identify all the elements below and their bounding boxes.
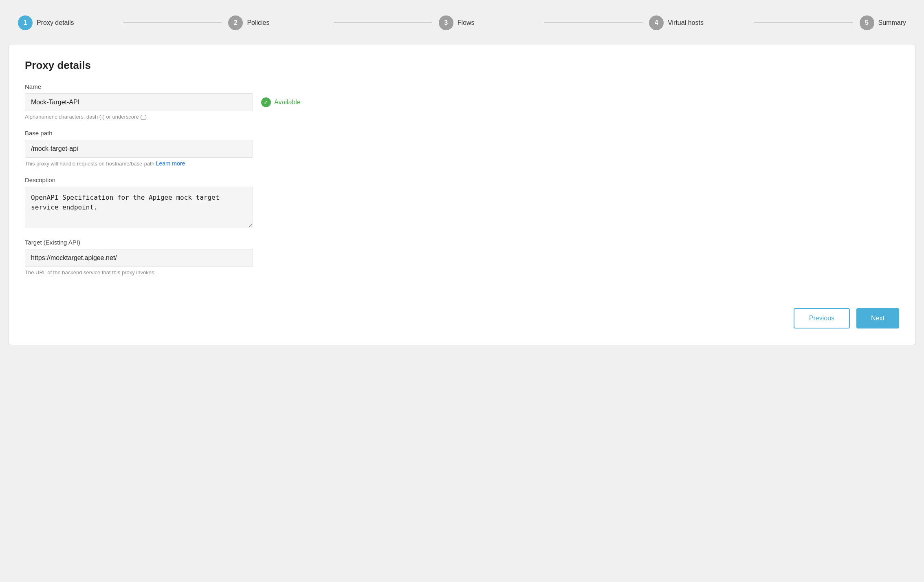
base-path-input[interactable] [25, 140, 253, 158]
name-input[interactable] [25, 93, 253, 111]
step-2-circle: 2 [228, 15, 243, 30]
target-hint: The URL of the backend service that this… [25, 269, 899, 276]
step-2-label: Policies [247, 19, 269, 26]
target-input[interactable] [25, 249, 253, 267]
target-label: Target (Existing API) [25, 239, 899, 246]
base-path-hint-text: This proxy will handle requests on hostn… [25, 161, 154, 167]
target-field-group: Target (Existing API) The URL of the bac… [25, 239, 899, 276]
base-path-field-group: Base path This proxy will handle request… [25, 130, 899, 167]
stepper: 1 Proxy details 2 Policies 3 Flows 4 Vir… [8, 8, 916, 37]
step-1-circle: 1 [18, 15, 33, 30]
available-label: Available [274, 99, 301, 106]
name-field-row: ✓ Available [25, 93, 899, 111]
step-line-4 [754, 22, 853, 23]
step-line-1 [123, 22, 222, 23]
description-label: Description [25, 176, 899, 183]
description-input[interactable]: OpenAPI Specification for the Apigee moc… [25, 187, 253, 227]
learn-more-link[interactable]: Learn more [156, 160, 185, 167]
step-line-3 [544, 22, 642, 23]
page-title: Proxy details [25, 59, 899, 72]
step-2[interactable]: 2 Policies [228, 15, 327, 30]
step-1[interactable]: 1 Proxy details [18, 15, 117, 30]
next-button[interactable]: Next [856, 308, 899, 328]
step-5-label: Summary [878, 19, 906, 26]
name-field-group: Name ✓ Available Alphanumeric characters… [25, 83, 899, 120]
step-5[interactable]: 5 Summary [860, 15, 906, 30]
step-4-circle: 4 [649, 15, 664, 30]
check-icon: ✓ [261, 97, 271, 107]
step-4-label: Virtual hosts [668, 19, 704, 26]
name-hint: Alphanumeric characters, dash (-) or und… [25, 114, 899, 120]
base-path-label: Base path [25, 130, 899, 137]
step-1-label: Proxy details [37, 19, 74, 26]
previous-button[interactable]: Previous [794, 308, 850, 328]
available-badge: ✓ Available [261, 97, 301, 107]
base-path-hint: This proxy will handle requests on hostn… [25, 160, 899, 167]
proxy-details-card: Proxy details Name ✓ Available Alphanume… [8, 44, 916, 345]
step-3[interactable]: 3 Flows [439, 15, 537, 30]
step-5-circle: 5 [860, 15, 874, 30]
step-4[interactable]: 4 Virtual hosts [649, 15, 748, 30]
name-label: Name [25, 83, 899, 90]
description-field-group: Description OpenAPI Specification for th… [25, 176, 899, 229]
step-line-2 [334, 22, 432, 23]
step-3-circle: 3 [439, 15, 453, 30]
footer-buttons: Previous Next [25, 308, 899, 328]
step-3-label: Flows [458, 19, 475, 26]
